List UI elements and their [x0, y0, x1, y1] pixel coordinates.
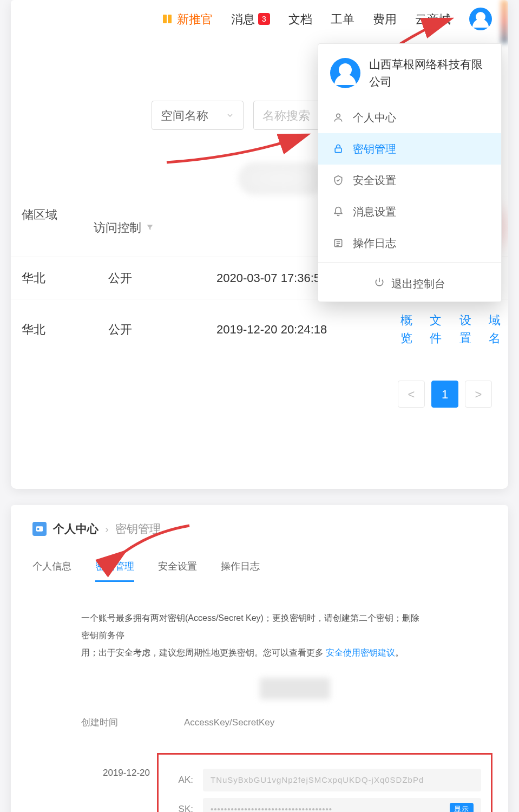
- svg-rect-3: [335, 148, 341, 152]
- show-sk-button[interactable]: 显示: [450, 803, 474, 812]
- lock-icon: [332, 143, 344, 154]
- nav-tickets[interactable]: 工单: [331, 10, 354, 28]
- tabs: 个人信息 密钥管理 安全设置 操作日志: [32, 559, 487, 582]
- page-next[interactable]: >: [465, 381, 492, 408]
- menu-operation-log-label: 操作日志: [353, 235, 396, 251]
- menu-personal-center[interactable]: 个人中心: [318, 102, 501, 133]
- tab-key-management[interactable]: 密钥管理: [95, 559, 134, 582]
- avatar-large-icon: [330, 58, 360, 88]
- sk-row: SK: ••••••••••••••••••••••••••••••••••••…: [168, 798, 481, 812]
- gift-icon: [162, 14, 173, 24]
- nav-recommend[interactable]: 新推官: [162, 10, 213, 28]
- avatar-icon[interactable]: [469, 8, 492, 30]
- page-1[interactable]: 1: [431, 381, 458, 408]
- menu-security-settings-label: 安全设置: [353, 172, 396, 188]
- space-name-select[interactable]: 空间名称: [152, 101, 244, 130]
- nav-mall[interactable]: 云商城: [415, 10, 451, 28]
- info-punct: 。: [395, 648, 404, 657]
- sk-label: SK:: [168, 802, 193, 812]
- tab-security-settings[interactable]: 安全设置: [158, 559, 197, 582]
- svg-rect-5: [36, 526, 43, 531]
- menu-message-settings[interactable]: 消息设置: [318, 196, 501, 227]
- link-domain[interactable]: 域名: [489, 311, 508, 347]
- filter-icon[interactable]: [146, 219, 154, 237]
- power-icon: [374, 276, 385, 292]
- tab-operation-log[interactable]: 操作日志: [221, 559, 260, 582]
- tab-personal-info[interactable]: 个人信息: [32, 559, 71, 582]
- chevron-down-icon: [226, 107, 234, 125]
- user-dropdown: 山西草根网络科技有限公司 个人中心 密钥管理 安全设置: [318, 43, 502, 302]
- ak-value: TNuSyBxbGU1vgNp2fejSMCxpqUKDQ-jXq0SDZbPd: [211, 774, 424, 787]
- menu-security-settings[interactable]: 安全设置: [318, 165, 501, 196]
- td-region: 华北: [11, 269, 108, 287]
- ak-value-field[interactable]: TNuSyBxbGU1vgNp2fejSMCxpqUKDQ-jXq0SDZbPd: [203, 769, 481, 791]
- search-placeholder: 名称搜索: [262, 107, 310, 125]
- table-row: 华北 公开 2019-12-20 20:24:18 概览 文件 设置 域名: [11, 299, 508, 359]
- menu-logout-label: 退出控制台: [391, 276, 445, 292]
- nav-docs[interactable]: 文档: [288, 10, 312, 28]
- user-icon: [332, 112, 344, 123]
- sk-value-field[interactable]: •••••••••••••••••••••••••••••••••••• 显示: [203, 798, 481, 812]
- th-created-time: 创建时间: [81, 716, 152, 730]
- link-files[interactable]: 文件: [430, 311, 449, 347]
- td-time: 2019-12-20 20:24:18: [216, 320, 379, 338]
- divider: [318, 262, 501, 263]
- company-name: 山西草根网络科技有限公司: [369, 56, 489, 90]
- redaction-blur: [238, 162, 325, 195]
- menu-key-management[interactable]: 密钥管理: [318, 133, 501, 165]
- menu-personal-center-label: 个人中心: [353, 109, 396, 126]
- link-overview[interactable]: 概览: [400, 311, 420, 347]
- nav-messages[interactable]: 消息 3: [231, 10, 270, 28]
- redaction-blur-button: [260, 678, 330, 699]
- td-region: 华北: [11, 320, 108, 338]
- chevron-right-icon: ›: [105, 520, 109, 538]
- info-text: 一个账号最多拥有两对密钥(Access/Secret Key)；更换密钥时，请创…: [81, 610, 422, 662]
- th-access-label: 访问控制: [94, 219, 141, 237]
- td-links: 概览 文件 设置 域名: [379, 311, 508, 347]
- info-link[interactable]: 安全使用密钥建议: [326, 648, 395, 657]
- th-aksk: AccessKey/SecretKey: [184, 716, 274, 730]
- breadcrumb-root[interactable]: 个人中心: [53, 520, 98, 538]
- nav-billing[interactable]: 费用: [373, 10, 397, 28]
- key-area: 2019-12-20 AK: TNuSyBxbGU1vgNp2fejSMCxpq…: [32, 742, 487, 812]
- svg-rect-0: [163, 15, 167, 23]
- info-line1b: 用；出于安全考虑，建议您周期性地更换密钥。您可以查看更多: [81, 648, 326, 657]
- nav-messages-label: 消息: [231, 10, 255, 28]
- breadcrumb: 个人中心 › 密钥管理: [32, 520, 487, 538]
- ak-label: AK:: [168, 773, 193, 787]
- link-settings[interactable]: 设置: [459, 311, 479, 347]
- shield-icon: [332, 175, 344, 186]
- td-access: 公开: [108, 320, 216, 338]
- annotation-red-box: AK: TNuSyBxbGU1vgNp2fejSMCxpqUKDQ-jXq0SD…: [157, 753, 492, 812]
- svg-rect-6: [37, 528, 39, 530]
- nav-recommend-label: 新推官: [177, 10, 213, 28]
- messages-badge: 3: [258, 13, 270, 25]
- key-table-header: 创建时间 AccessKey/SecretKey: [32, 710, 487, 737]
- breadcrumb-current: 密钥管理: [115, 520, 161, 538]
- bottom-panel: 个人中心 › 密钥管理 个人信息 密钥管理 安全设置 操作日志 一个账号最多拥有…: [11, 505, 508, 812]
- top-nav: 新推官 消息 3 文档 工单 费用 云商城: [11, 0, 508, 36]
- td-access: 公开: [108, 269, 216, 287]
- menu-operation-log[interactable]: 操作日志: [318, 227, 501, 259]
- id-card-icon: [32, 522, 47, 536]
- info-line1a: 一个账号最多拥有两对密钥(Access/Secret Key)；更换密钥时，请创…: [81, 613, 419, 640]
- sk-value: ••••••••••••••••••••••••••••••••••••: [211, 803, 332, 812]
- select-label: 空间名称: [161, 107, 208, 125]
- top-panel: 新推官 消息 3 文档 工单 费用 云商城 山西草根网络科技有限公: [11, 0, 508, 489]
- th-access: 访问控制: [94, 206, 183, 249]
- menu-message-settings-label: 消息设置: [353, 204, 396, 220]
- log-icon: [332, 238, 344, 248]
- key-created-date: 2019-12-20: [103, 766, 150, 780]
- dropdown-header: 山西草根网络科技有限公司: [318, 44, 501, 102]
- svg-rect-1: [168, 15, 172, 23]
- bell-icon: [332, 206, 344, 217]
- page-prev[interactable]: <: [398, 381, 425, 408]
- ak-row: AK: TNuSyBxbGU1vgNp2fejSMCxpqUKDQ-jXq0SD…: [168, 769, 481, 791]
- menu-key-management-label: 密钥管理: [353, 141, 396, 157]
- pagination: < 1 >: [11, 359, 508, 489]
- th-region: 储区域: [11, 206, 94, 249]
- menu-logout[interactable]: 退出控制台: [318, 266, 501, 302]
- svg-point-2: [337, 114, 340, 117]
